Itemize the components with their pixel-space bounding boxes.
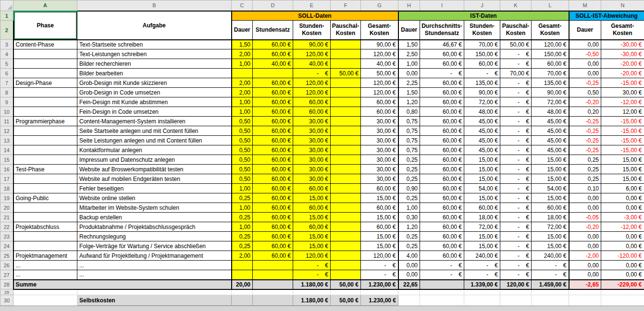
cell-J7[interactable]: 135,00 € [464,78,500,88]
cell-K13[interactable]: - € [500,136,532,145]
cell-G17[interactable]: 30,00 € [361,174,398,184]
cell-G15[interactable]: 30,00 € [361,155,398,165]
cell-D17[interactable]: 60,00 € [253,174,293,184]
cell-M28[interactable]: -2,65 [569,280,601,289]
cell-B29[interactable] [77,289,232,295]
cell-G4[interactable]: 120,00 € [361,49,398,59]
cell-C20[interactable]: 1,00 [232,203,253,213]
cell-M30[interactable] [569,295,601,306]
cell-K18[interactable]: - € [500,184,532,193]
cell-G14[interactable]: 30,00 € [361,145,398,155]
cell-G8[interactable]: 120,00 € [361,88,398,97]
cell-B15[interactable]: Impressum und Datenschutz anlegen [77,155,232,165]
cell-D28[interactable] [253,280,293,289]
cell-N7[interactable]: -15,00 € [601,78,644,88]
cell-A11[interactable]: Programmierphase [13,117,77,126]
cell-G20[interactable]: 60,00 € [361,203,398,213]
cell-C15[interactable]: 0,50 [232,155,253,165]
cell-A7[interactable]: Design-Phase [13,78,77,88]
row-header-28[interactable]: 28 [0,280,13,289]
cell-B19[interactable]: Website online stellen [77,193,232,203]
cell-D12[interactable]: 60,00 € [253,126,293,136]
cell-K8[interactable]: - € [500,88,532,97]
cell-N9[interactable]: -12,00 € [601,97,644,107]
cell-M13[interactable]: -0,25 [569,136,601,145]
cell-H28[interactable]: 22,65 [398,280,420,289]
cell-G18[interactable]: 60,00 € [361,184,398,193]
cell-F25[interactable] [331,251,361,261]
cell-N5[interactable]: -20,00 € [601,59,644,69]
cell-B10[interactable]: Fein-Design in Code umsetzen [77,107,232,117]
cell-H24[interactable]: 0,25 [398,241,420,251]
cell-B20[interactable]: Mitarbeiter im Website-System schulen [77,203,232,213]
cell-E9[interactable]: 60,00 € [293,97,331,107]
cell-M4[interactable]: -0,50 [569,49,601,59]
cell-A6[interactable] [13,69,77,78]
cell-E10[interactable]: 60,00 € [293,107,331,117]
cell-D11[interactable]: 60,00 € [253,117,293,126]
cell-H11[interactable]: 0,75 [398,117,420,126]
cell-K24[interactable]: - € [500,241,532,251]
cell-D24[interactable]: 60,00 € [253,241,293,251]
cell-L9[interactable]: 72,00 € [532,97,569,107]
cell-E13[interactable]: 30,00 € [293,136,331,145]
cell-A10[interactable] [13,107,77,117]
cell-C25[interactable]: 2,00 [232,251,253,261]
cell-H6[interactable]: 0,00 [398,69,420,78]
cell-C28[interactable]: 20,00 [232,280,253,289]
cell-D26[interactable] [253,261,293,270]
cell-E22[interactable]: 60,00 € [293,222,331,232]
cell-J15[interactable]: 15,00 € [464,155,500,165]
row-header-22[interactable]: 22 [0,222,13,232]
cell-K25[interactable]: - € [500,251,532,261]
cell-C9[interactable]: 1,00 [232,97,253,107]
cell-F17[interactable] [331,174,361,184]
cell-E6[interactable]: - € [293,69,331,78]
cell-F5[interactable] [331,59,361,69]
cell-E24[interactable]: 15,00 € [293,241,331,251]
cell-I30[interactable] [420,295,464,306]
cell-B14[interactable]: Kontaktformular anlegen [77,145,232,155]
cell-M26[interactable]: 0,00 [569,261,601,270]
cell-M15[interactable]: 0,25 [569,155,601,165]
cell-K14[interactable]: - € [500,145,532,155]
cell-M20[interactable]: 0,00 [569,203,601,213]
band-soll-daten[interactable]: SOLL-Daten [232,11,398,21]
cell-A4[interactable] [13,49,77,59]
cell-I8[interactable]: 60,00 € [420,88,464,97]
cell-N19[interactable]: 0,00 € [601,193,644,203]
cell-A9[interactable] [13,97,77,107]
cell-M17[interactable]: 0,25 [569,174,601,184]
cell-L10[interactable]: 48,00 € [532,107,569,117]
cell-J21[interactable]: 18,00 € [464,213,500,222]
cell-E11[interactable]: 30,00 € [293,117,331,126]
cell-K7[interactable]: - € [500,78,532,88]
cell-D13[interactable]: 60,00 € [253,136,293,145]
header-N2[interactable]: Gesamt- Kosten [601,21,644,40]
cell-H27[interactable]: 0,00 [398,270,420,280]
cell-F13[interactable] [331,136,361,145]
cell-F12[interactable] [331,126,361,136]
cell-H20[interactable]: 1,00 [398,203,420,213]
cell-B8[interactable]: Grob-Design in Code umsetzen [77,88,232,97]
header-C2[interactable]: Dauer [232,21,253,40]
cell-B24[interactable]: Folge-Verträge für Wartung / Service abs… [77,241,232,251]
cell-A8[interactable] [13,88,77,97]
cell-K19[interactable]: - € [500,193,532,203]
cell-J22[interactable]: 72,00 € [464,222,500,232]
cell-F24[interactable] [331,241,361,251]
cell-I22[interactable]: 60,00 € [420,222,464,232]
cell-E16[interactable]: 30,00 € [293,165,331,174]
cell-B22[interactable]: Produktabnahme / Projektabschlussgespräc… [77,222,232,232]
cell-B1-aufgabe-header[interactable]: Aufgabe [77,11,232,40]
cell-C6[interactable] [232,69,253,78]
row-header-29[interactable]: 29 [0,289,13,295]
cell-N18[interactable]: 6,00 € [601,184,644,193]
cell-I24[interactable]: 60,00 € [420,241,464,251]
cell-B9[interactable]: Fein-Design mit Kunde abstimmen [77,97,232,107]
column-header-F[interactable]: F [331,0,361,11]
cell-F26[interactable] [331,261,361,270]
cell-H30[interactable] [398,295,420,306]
header-F2[interactable]: Pauschal- Kosten [331,21,361,40]
cell-N4[interactable]: -30,00 € [601,49,644,59]
